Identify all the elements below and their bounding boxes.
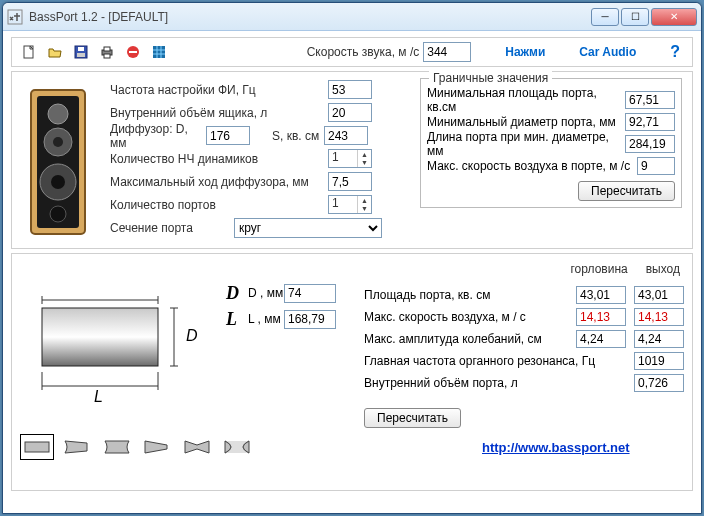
min-area-label: Минимальная площадь порта, кв.см [427, 86, 625, 114]
svg-rect-4 [77, 53, 85, 57]
tuning-freq-input[interactable] [328, 80, 372, 99]
svg-rect-7 [104, 54, 110, 58]
min-area-output [625, 91, 675, 109]
car-audio-link[interactable]: Car Audio [579, 45, 636, 59]
xmax-label: Максимальный ход диффузора, мм [110, 175, 328, 189]
max-air-label: Макс. скорость воздуха в порте, м /с [427, 159, 637, 173]
diffuser-d-label: Диффузор: D, мм [110, 122, 206, 150]
section-select[interactable]: круг [234, 218, 382, 238]
grid-icon[interactable] [148, 41, 170, 63]
vel-throat [576, 308, 626, 326]
delete-icon[interactable] [122, 41, 144, 63]
xmax-input[interactable] [328, 172, 372, 191]
client-area: Скорость звука, м /с Нажми Car Audio ? Ч… [3, 31, 701, 501]
shape-cone-one-icon[interactable] [142, 436, 172, 458]
min-dia-label: Минимальный диаметр порта, мм [427, 115, 625, 129]
amp-label: Макс. амплитуда колебаний, см [364, 332, 576, 346]
window-title: BassPort 1.2 - [DEFAULT] [29, 10, 589, 24]
d-input[interactable] [284, 284, 336, 303]
svg-rect-3 [78, 47, 84, 51]
organ-label: Главная частота органного резонанса, Гц [364, 354, 634, 368]
shape-hourglass-icon[interactable] [222, 436, 252, 458]
shape-straight-icon[interactable] [22, 436, 52, 458]
website-link[interactable]: http://www.bassport.net [482, 440, 630, 455]
l-output [284, 310, 336, 329]
port-count-spinner[interactable]: 1▲▼ [328, 195, 372, 214]
amp-mouth [634, 330, 684, 348]
limits-legend: Граничные значения [429, 71, 552, 85]
svg-rect-22 [25, 442, 49, 452]
organ-output [634, 352, 684, 370]
diffuser-d-input[interactable] [206, 126, 250, 145]
app-window: BassPort 1.2 - [DEFAULT] ─ ☐ ✕ Скорость … [2, 2, 702, 514]
results-area: горловинавыход Площадь порта, кв. см Мак… [364, 260, 684, 428]
bottom-panel: D L DD , мм LL , мм горловинавыход Площа… [11, 253, 693, 491]
port-diagram: D L [20, 260, 226, 428]
recalc-bottom-button[interactable]: Пересчитать [364, 408, 461, 428]
box-volume-label: Внутренний объём ящика, л [110, 106, 328, 120]
woofer-count-spinner[interactable]: 1▲▼ [328, 149, 372, 168]
help-icon[interactable]: ? [670, 43, 680, 61]
woofer-count-label: Количество НЧ динамиков [110, 152, 328, 166]
area-throat [576, 286, 626, 304]
vel-mouth [634, 308, 684, 326]
speaker-image [12, 72, 104, 248]
shape-flare-one-icon[interactable] [62, 436, 92, 458]
close-button[interactable]: ✕ [651, 8, 697, 26]
len-mindia-label: Длина порта при мин. диаметре, мм [427, 130, 625, 158]
press-link[interactable]: Нажми [505, 45, 545, 59]
toolbar: Скорость звука, м /с Нажми Car Audio ? [11, 37, 693, 67]
recalc-top-button[interactable]: Пересчитать [578, 181, 675, 201]
svg-rect-9 [129, 51, 137, 53]
sound-speed-label: Скорость звука, м /с [307, 45, 420, 59]
svg-rect-6 [104, 47, 110, 51]
sound-speed-input[interactable] [423, 42, 471, 62]
app-icon [7, 9, 23, 25]
tuning-freq-label: Частота настройки ФИ, Гц [110, 83, 328, 97]
new-file-icon[interactable] [18, 41, 40, 63]
diffuser-s-label: S, кв. см [272, 129, 324, 143]
throat-header: горловина [570, 262, 627, 284]
maximize-button[interactable]: ☐ [621, 8, 649, 26]
portvol-label: Внутренний объём порта, л [364, 376, 634, 390]
svg-text:L: L [94, 388, 103, 405]
titlebar: BassPort 1.2 - [DEFAULT] ─ ☐ ✕ [3, 3, 701, 31]
port-dims: DD , мм LL , мм [226, 260, 364, 428]
svg-point-18 [50, 206, 66, 222]
top-panel: Частота настройки ФИ, Гц Внутренний объё… [11, 71, 693, 249]
mouth-header: выход [646, 262, 680, 284]
port-area-label: Площадь порта, кв. см [364, 288, 576, 302]
svg-rect-19 [42, 308, 158, 366]
area-mouth [634, 286, 684, 304]
amp-throat [576, 330, 626, 348]
open-folder-icon[interactable] [44, 41, 66, 63]
svg-point-15 [53, 137, 63, 147]
l-label: L , мм [248, 312, 284, 326]
portvol-output [634, 374, 684, 392]
port-count-label: Количество портов [110, 198, 328, 212]
minimize-button[interactable]: ─ [591, 8, 619, 26]
svg-rect-10 [153, 46, 165, 58]
d-label: D , мм [248, 286, 284, 300]
limits-fieldset: Граничные значения Минимальная площадь п… [420, 78, 682, 208]
shape-biconical-icon[interactable] [182, 436, 212, 458]
diffuser-s-input[interactable] [324, 126, 368, 145]
svg-point-13 [48, 104, 68, 124]
box-volume-input[interactable] [328, 103, 372, 122]
vel-label: Макс. скорость воздуха, м / с [364, 310, 576, 324]
max-air-input[interactable] [637, 157, 675, 175]
svg-text:D: D [186, 327, 198, 344]
save-icon[interactable] [70, 41, 92, 63]
len-mindia-output [625, 135, 675, 153]
svg-point-17 [51, 175, 65, 189]
shape-flare-two-icon[interactable] [102, 436, 132, 458]
min-dia-output [625, 113, 675, 131]
print-icon[interactable] [96, 41, 118, 63]
input-form: Частота настройки ФИ, Гц Внутренний объё… [104, 72, 418, 248]
port-shape-strip: http://www.bassport.net [12, 428, 692, 458]
section-label: Сечение порта [110, 221, 234, 235]
